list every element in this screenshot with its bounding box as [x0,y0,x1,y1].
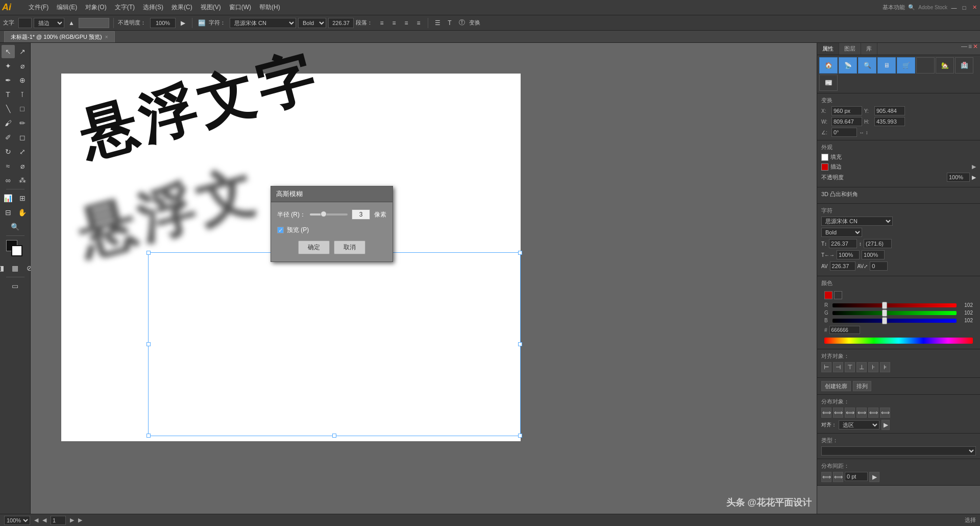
dist-sp-h-btn[interactable]: ⟺ [821,472,831,482]
panel-icon-search[interactable]: 🔍 [858,57,876,74]
color-swatch-dark[interactable] [834,291,842,299]
menu-view[interactable]: 视图(V) [197,1,225,14]
stroke-select[interactable]: 描边 [34,18,64,28]
dist-spacing-input[interactable] [845,472,868,481]
maximize-btn[interactable]: □ [961,4,968,11]
stroke-color-swatch[interactable] [821,163,828,171]
tracking-input[interactable]: 226.37 [830,261,855,271]
opacity-arrow[interactable]: ▶ [972,174,976,181]
menu-file[interactable]: 文件(F) [24,1,53,14]
anchor-tool[interactable]: ⊕ [16,74,29,87]
font-name-select[interactable]: 思源宋体 CN [230,18,296,28]
w-input[interactable]: 809.647 [831,117,862,126]
type-select[interactable] [821,446,976,456]
panel-tab-layers[interactable]: 图层 [839,43,861,55]
pen-tool[interactable]: ✒ [2,74,15,87]
gradient-btn[interactable]: ▦ [9,261,22,275]
stroke-up-icon[interactable]: ▲ [66,18,77,28]
font-icon[interactable]: 🔤 [197,18,207,28]
dialog-ok-btn[interactable]: 确定 [298,241,330,254]
close-btn[interactable]: ✕ [971,4,978,11]
text-opts3-icon[interactable]: Ⓣ [457,18,467,28]
dist-spacing-menu[interactable]: ▶ [869,472,879,482]
menu-help[interactable]: 帮助(H) [255,1,284,14]
scale-h-input[interactable]: 100% [837,250,860,259]
fill-color-box[interactable] [18,18,32,28]
opacity-input[interactable]: 100% [150,18,176,28]
menu-text[interactable]: 文字(T) [111,1,139,14]
h-input[interactable]: 435.993 [874,117,905,126]
artboard-tool[interactable]: ⊞ [16,192,29,205]
hex-input[interactable]: 666666 [829,326,860,334]
g-thumb[interactable] [882,309,887,317]
dist-center-h-btn[interactable]: ⟺ [833,408,843,418]
screen-mode-btn[interactable]: ▭ [9,279,22,293]
color-spectrum[interactable] [824,338,973,344]
lasso-tool[interactable]: ⌀ [16,59,29,73]
panel-icon-monitor[interactable]: 🖥 [877,57,896,74]
document-tab[interactable]: 未标题-1* @ 100% (RGB/GPU 预览) × [4,31,115,42]
blend-tool[interactable]: ∞ [2,174,15,187]
shaper-tool[interactable]: ✐ [2,131,15,144]
align-to-menu-btn[interactable]: ▶ [881,420,890,430]
handle-ml[interactable] [146,342,151,346]
align-center-v-btn[interactable]: ⊦ [868,362,878,372]
dialog-title-bar[interactable]: 高斯模糊 [271,186,393,202]
menu-window[interactable]: 窗口(W) [225,1,255,14]
handle-mr[interactable] [518,342,522,346]
hand-tool[interactable]: ✋ [16,206,29,219]
line-tool[interactable]: ╲ [2,102,15,115]
radius-value-input[interactable]: 3 [352,209,370,220]
r-thumb[interactable] [882,302,887,309]
magic-wand-tool[interactable]: ✦ [2,59,15,73]
menu-select[interactable]: 选择(S) [139,1,167,14]
paintbrush-tool[interactable]: 🖌 [2,116,15,130]
menu-edit[interactable]: 编辑(E) [53,1,81,14]
color-boxes[interactable] [6,240,24,258]
font-style-select[interactable]: Bold [298,18,326,28]
leading-input[interactable]: (271.6) [864,239,892,248]
g-slider[interactable] [832,311,957,315]
align-center-icon[interactable]: ≡ [389,18,399,28]
width-tool[interactable]: ⌀ [16,159,29,173]
status-arrow-right2[interactable]: ▶ [78,517,82,523]
opacity-arrow-icon[interactable]: ▶ [178,18,188,28]
x-input[interactable]: 960 px [831,106,862,115]
panel-icon-rss[interactable]: 📡 [839,57,857,74]
dist-left-btn[interactable]: ⟺ [821,408,831,418]
align-top-btn[interactable]: ⊥ [856,362,867,372]
type-tool[interactable]: T [2,88,15,101]
radius-slider-thumb[interactable] [321,211,327,217]
align-to-select[interactable]: 选区 [839,420,879,429]
angle-input[interactable]: 0° [831,128,857,137]
panel-tab-props[interactable]: 属性 [817,43,839,55]
handle-bl[interactable] [146,434,151,438]
text-opts2-icon[interactable]: T [445,18,455,28]
handle-tr[interactable] [518,251,522,255]
panel-icon-blank[interactable] [916,57,935,74]
y-input[interactable]: 905.484 [874,106,905,115]
status-arrow-right[interactable]: ▶ [70,517,74,523]
select-tool[interactable]: ↖ [2,45,15,58]
align-right-btn[interactable]: ⊤ [845,362,855,372]
eraser-tool[interactable]: ◻ [16,131,29,144]
menu-object[interactable]: 对象(O) [81,1,110,14]
dist-bottom-btn[interactable]: ⟺ [880,408,890,418]
color-mode-btn[interactable]: ◨ [0,261,8,275]
handle-br[interactable] [518,434,522,438]
char-font-select[interactable]: 思源宋体 CN [821,217,893,226]
dist-sp-v-btn[interactable]: ⟺ [833,472,843,482]
bar-chart-tool[interactable]: 📊 [2,192,15,205]
tab-close-btn[interactable]: × [105,34,108,40]
scale-tool[interactable]: ⤢ [16,145,29,158]
status-arrow-left2[interactable]: ◀ [42,517,46,523]
char-style-select[interactable]: Bold [821,228,862,237]
gaussian-blur-dialog[interactable]: 高斯模糊 半径 (R)： 3 像素 ✓ 预览 (P) [271,186,393,262]
zoom-select[interactable]: 100% [4,516,30,525]
color-swatch-red[interactable] [824,291,832,299]
menu-effect[interactable]: 效果(C) [167,1,197,14]
stroke-arrow[interactable]: ▶ [972,163,976,170]
panel-close-icon[interactable]: ✕ [973,43,978,55]
align-center-h-btn[interactable]: ⊣ [833,362,843,372]
b-thumb[interactable] [882,317,887,324]
